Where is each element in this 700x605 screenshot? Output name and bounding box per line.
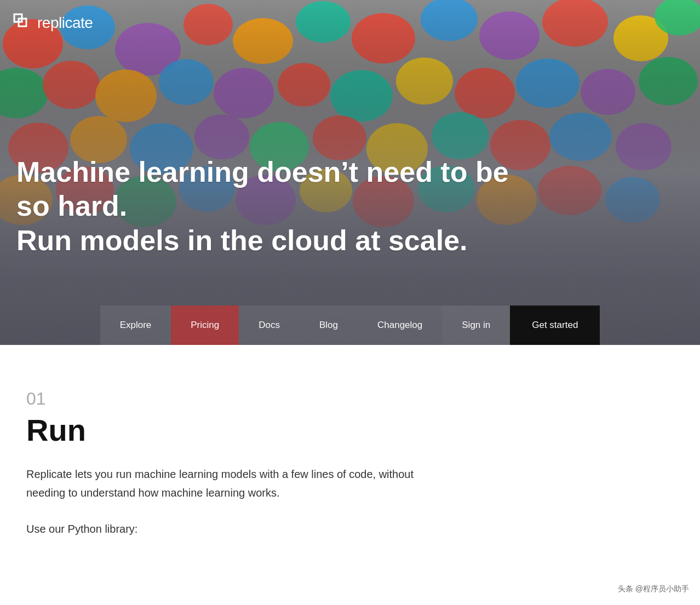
nav-item-explore[interactable]: Explore [100, 306, 171, 345]
get-started-button[interactable]: Get started [510, 306, 600, 345]
nav-item-signin[interactable]: Sign in [442, 306, 510, 345]
section-description: Replicate lets you run machine learning … [26, 465, 454, 502]
replicate-logo-icon [13, 13, 33, 33]
logo-link[interactable]: replicate [13, 13, 93, 33]
section-sub-text: Use our Python library: [26, 520, 674, 538]
nav-item-pricing[interactable]: Pricing [171, 306, 239, 345]
logo-text: replicate [37, 14, 93, 32]
section-title: Run [26, 413, 674, 447]
nav-items: Explore Pricing Docs Blog Changelog Sign… [100, 306, 600, 345]
hero-section: replicate Machine learning doesn’t need … [0, 0, 700, 345]
hero-headline-line2: Run models in the cloud at scale. [16, 224, 468, 256]
navbar: Explore Pricing Docs Blog Changelog Sign… [0, 306, 700, 345]
hero-headline: Machine learning doesn’t need to be so h… [16, 155, 509, 257]
hero-headline-line1: Machine learning doesn’t need to be so h… [16, 156, 509, 222]
section-number: 01 [26, 389, 674, 409]
main-content: 01 Run Replicate lets you run machine le… [0, 345, 700, 571]
hero-text-block: Machine learning doesn’t need to be so h… [16, 155, 684, 257]
nav-item-docs[interactable]: Docs [239, 306, 300, 345]
nav-item-blog[interactable]: Blog [300, 306, 358, 345]
nav-item-changelog[interactable]: Changelog [358, 306, 442, 345]
